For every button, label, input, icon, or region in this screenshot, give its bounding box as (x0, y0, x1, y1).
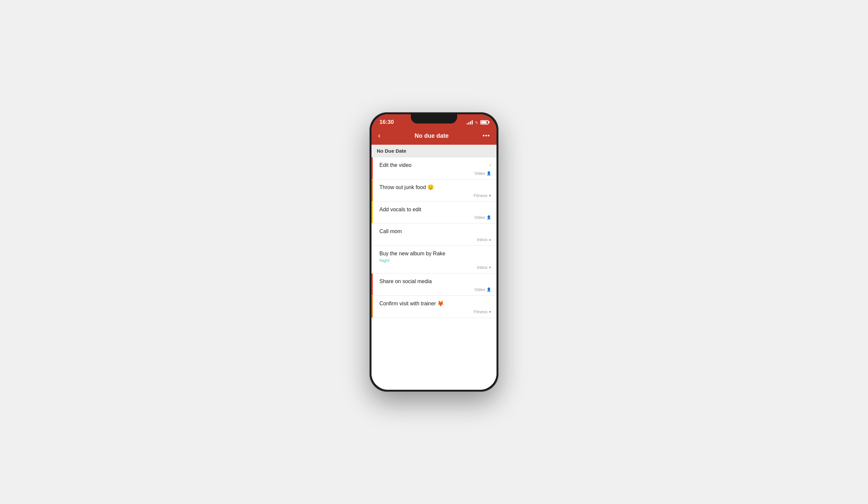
signal-bar-2 (468, 122, 469, 124)
nav-title: No due date (414, 132, 448, 139)
task-title: Add vocals to edit (380, 206, 491, 213)
status-icons: ∿ (467, 120, 488, 125)
task-bottom-row: Video 👤 (377, 215, 491, 220)
task-project-icon: ● (489, 193, 491, 198)
notch (411, 114, 457, 123)
task-top-row: Edit the video ‹ (380, 162, 491, 169)
task-project-icon: ● (489, 265, 491, 270)
task-project-label: Inbox (477, 237, 488, 242)
task-project-icon: 👤 (487, 288, 491, 292)
task-left-border (371, 246, 373, 273)
task-project-label: Fitness (474, 309, 488, 314)
task-top-row: Share on social media (380, 278, 491, 285)
task-item[interactable]: Confirm visit with trainer 🦊 Fitness ● (371, 296, 497, 318)
task-item[interactable]: Edit the video ‹ Video 👤 (371, 157, 497, 180)
task-top-row: Confirm visit with trainer 🦊 (380, 300, 491, 307)
signal-bar-4 (472, 120, 473, 124)
task-project-label: Fitness (474, 193, 488, 198)
task-project-label: Video (474, 215, 485, 220)
signal-bar-3 (470, 121, 471, 124)
battery-icon (480, 120, 488, 124)
task-project-label: Video (474, 287, 485, 292)
task-bottom-row: Inbox ● (377, 265, 491, 270)
task-bottom-row: Fitness ● (377, 193, 491, 198)
task-bottom-row: Inbox ● (377, 237, 491, 242)
back-button[interactable]: ‹ (378, 131, 380, 140)
task-project-icon: 👤 (487, 171, 491, 175)
status-bar: 16:30 ∿ (371, 114, 497, 128)
wifi-icon: ∿ (475, 120, 478, 125)
screen: 16:30 ∿ ‹ No due date ••• No Due Date (371, 114, 497, 390)
task-bottom-row: Fitness ● (377, 309, 491, 314)
nav-bar: ‹ No due date ••• (371, 128, 497, 145)
signal-bar-1 (467, 123, 468, 124)
task-title: Call mom (380, 228, 491, 235)
battery-fill (481, 121, 487, 123)
task-chevron-icon: ‹ (489, 162, 491, 168)
task-bottom-row: Video 👤 (377, 171, 491, 176)
signal-bars-icon (467, 120, 473, 124)
task-subtitle: Night (380, 258, 491, 263)
task-title: Throw out junk food 😟 (380, 184, 491, 191)
task-item[interactable]: Share on social media Video 👤 (371, 273, 497, 296)
task-top-row: Add vocals to edit (380, 206, 491, 213)
task-item[interactable]: Throw out junk food 😟 Fitness ● (371, 180, 497, 202)
task-left-border (371, 223, 373, 245)
section-header: No Due Date (371, 145, 497, 157)
task-project-icon: 👤 (487, 215, 491, 220)
task-item[interactable]: Call mom Inbox ● (371, 223, 497, 246)
task-left-border (371, 180, 373, 201)
task-title: Share on social media (380, 278, 491, 285)
task-project-icon: ● (489, 238, 491, 242)
more-button[interactable]: ••• (483, 132, 490, 139)
task-top-row: Call mom (380, 228, 491, 235)
task-project-label: Inbox (477, 265, 488, 270)
task-title: Buy the new album by Rake (380, 250, 491, 257)
task-top-row: Buy the new album by Rake (380, 250, 491, 257)
task-list: Edit the video ‹ Video 👤 Throw out junk … (371, 157, 497, 390)
task-left-border (371, 296, 373, 317)
task-top-row: Throw out junk food 😟 (380, 184, 491, 191)
status-time: 16:30 (380, 119, 394, 125)
task-title: Confirm visit with trainer 🦊 (380, 300, 491, 307)
task-bottom-row: Video 👤 (377, 287, 491, 292)
task-project-icon: ● (489, 309, 491, 314)
task-item[interactable]: Buy the new album by Rake Night Inbox ● (371, 246, 497, 273)
task-left-border (371, 202, 373, 223)
task-left-border (371, 157, 373, 179)
task-item[interactable]: Add vocals to edit Video 👤 (371, 202, 497, 224)
task-left-border (371, 273, 373, 295)
task-project-label: Video (474, 171, 485, 176)
phone-shell: 16:30 ∿ ‹ No due date ••• No Due Date (370, 112, 498, 392)
task-title: Edit the video (380, 162, 487, 169)
